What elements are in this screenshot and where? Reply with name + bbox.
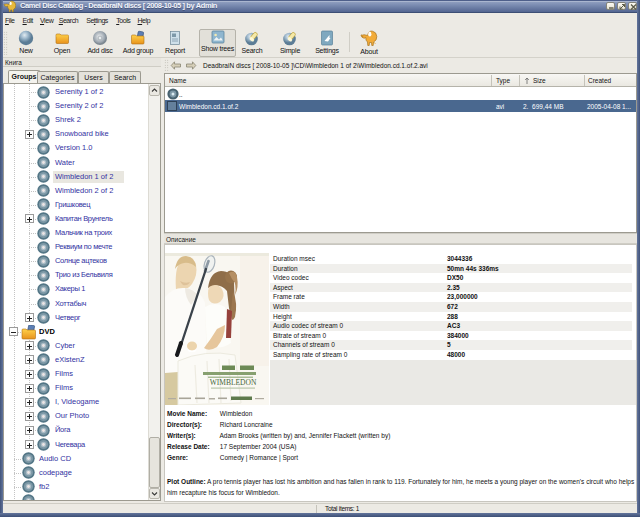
svg-text:WIMBLEDON: WIMBLEDON: [210, 378, 257, 387]
